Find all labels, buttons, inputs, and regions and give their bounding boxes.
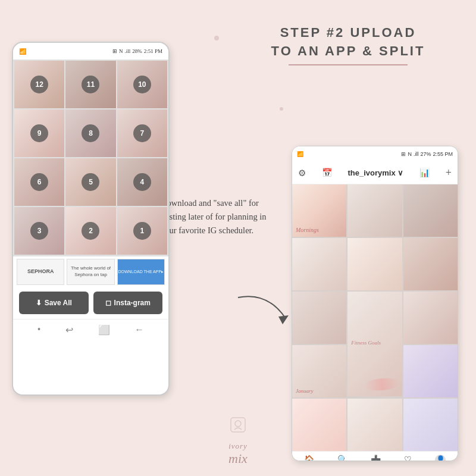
watermark: ivory mix	[226, 413, 250, 466]
ad-sephora[interactable]: SEPHORA	[17, 259, 64, 285]
grid-cell-1: 1	[117, 207, 167, 255]
ig-cell-row5-left	[292, 399, 346, 451]
title-underline	[289, 64, 408, 65]
ig-username[interactable]: the_ivorymix ∨	[348, 168, 404, 177]
title-line2: TO AN APP & SPLIT	[232, 42, 464, 61]
battery-level: 28%	[132, 48, 142, 54]
ig-top-bar: ⚙ 📅 the_ivorymix ∨ 📊 +	[292, 162, 458, 184]
badge-11: 11	[82, 76, 99, 93]
ig-cell-row3-left	[292, 292, 346, 344]
phone2-device: 📶 ⊞ N .ill 27% 2:55 PM ⚙ 📅 the_ivorymix …	[292, 146, 458, 461]
grid-cell-7: 7	[117, 109, 167, 157]
grid-cell-9: 9	[14, 109, 64, 157]
brand-name-mix: mix	[226, 451, 250, 466]
brush-stroke-deco	[364, 377, 400, 392]
ig-cell-top-mid	[347, 184, 402, 237]
signal-bars: .ill	[124, 48, 130, 54]
nav-back-icon[interactable]: ↩	[65, 324, 73, 336]
ig-cell-row5-right	[403, 399, 458, 451]
phone1-ad-bar[interactable]: SEPHORA The whole world of Sephora on ta…	[13, 256, 168, 287]
ig-cell-mornings: Mornings	[292, 184, 346, 237]
signal-icon: 📶	[19, 48, 26, 55]
nav-home-icon[interactable]: ⬜	[98, 324, 110, 336]
grid-cell-10: 10	[117, 61, 167, 108]
ad-download[interactable]: DOWNLOAD THE APP▸	[117, 259, 165, 285]
deco-dot	[280, 107, 283, 111]
gear-icon[interactable]: ⚙	[298, 168, 306, 178]
ig-add-icon[interactable]: ➕	[371, 455, 381, 461]
phone2-status-right: ⊞ N .ill 27% 2:55 PM	[401, 151, 453, 157]
phone1-bottom-buttons: ⬇ Save All ◻ Insta-gram	[13, 287, 168, 319]
ig-home-icon[interactable]: 🏠	[304, 455, 314, 461]
ad-sephora-desc[interactable]: The whole world of Sephora on tap	[67, 259, 114, 285]
ig-cell-row2-right	[403, 238, 458, 290]
brand-icon	[226, 413, 250, 437]
clock: 2:51 PM	[144, 48, 162, 54]
ig-cell-row2-left	[292, 238, 346, 290]
phone1-device: 📶 ⊞ N .ill 28% 2:51 PM 12 11 10 9 8 7 6 …	[12, 42, 170, 396]
phone1-status-left: 📶	[19, 48, 26, 55]
save-all-button[interactable]: ⬇ Save All	[19, 292, 89, 314]
phone2-status-bar: 📶 ⊞ N .ill 27% 2:55 PM	[292, 146, 458, 162]
badge-10: 10	[133, 76, 151, 93]
ig-search-icon[interactable]: 🔍	[337, 455, 347, 461]
ig-heart-icon[interactable]: ♡	[404, 455, 412, 461]
ig-cell-fitness-label: Fitness Goals	[351, 340, 381, 346]
download-icon: ⬇	[36, 299, 42, 307]
description-text: Download and "save all" for posting late…	[161, 196, 280, 238]
svg-rect-1	[231, 418, 245, 432]
grid-cell-11: 11	[65, 61, 115, 108]
phone1-image-grid: 12 11 10 9 8 7 6 5 4 3 2 1	[13, 60, 168, 256]
ig-bottom-bar: 🏠 🔍 ➕ ♡ 👤	[292, 451, 458, 461]
phone1-status-right: ⊞ N .ill 28% 2:51 PM	[112, 48, 162, 54]
badge-8: 8	[82, 124, 99, 142]
svg-point-2	[235, 421, 241, 427]
ig-cell-mornings-label: Mornings	[296, 227, 319, 233]
signal2-bars: .ill	[414, 151, 419, 157]
badge-4: 4	[133, 173, 151, 191]
phone2-signal: 📶	[297, 151, 303, 157]
ig-cell-top-right	[403, 184, 458, 237]
grid-cell-12: 12	[14, 61, 64, 108]
ig-cell-january-label: January	[296, 388, 314, 394]
grid-cell-5: 5	[65, 158, 115, 206]
phone1-nav-bar: • ↩ ⬜ ←	[13, 319, 168, 340]
svg-marker-0	[278, 315, 289, 324]
add-icon[interactable]: +	[446, 167, 452, 179]
grid-cell-8: 8	[65, 109, 115, 157]
ig-cell-fitness-goals: Fitness Goals	[347, 292, 402, 396]
nav-dot: •	[37, 324, 41, 336]
insta-label: Insta-gram	[114, 299, 151, 307]
badge-7: 7	[133, 124, 151, 142]
ig-grid: Mornings Fitness Goals January	[292, 184, 458, 451]
title-line1: STEP #2 UPLOAD	[232, 24, 464, 42]
battery2: 27%	[420, 151, 431, 157]
badge-2: 2	[82, 222, 99, 240]
data-icon: N	[119, 48, 123, 54]
deco-dot	[214, 36, 219, 40]
ig-cell-row2-mid	[347, 238, 402, 290]
ig-cell-row5-mid	[347, 399, 402, 451]
badge-5: 5	[82, 173, 99, 191]
phone1-status-bar: 📶 ⊞ N .ill 28% 2:51 PM	[13, 43, 168, 60]
save-all-label: Save All	[45, 299, 72, 307]
grid-cell-3: 3	[14, 207, 64, 255]
wifi2-icon: ⊞	[401, 151, 406, 157]
grid-cell-2: 2	[65, 207, 115, 255]
badge-6: 6	[30, 173, 48, 191]
wifi-icon: ⊞	[112, 48, 117, 54]
ig-cell-row3-right	[403, 292, 458, 344]
bar-chart-icon[interactable]: 📊	[419, 168, 430, 178]
instagram-icon: ◻	[105, 299, 111, 307]
data2-icon: N	[408, 151, 412, 157]
calendar-icon[interactable]: 📅	[322, 168, 332, 178]
ig-profile-icon[interactable]: 👤	[435, 455, 446, 462]
badge-3: 3	[30, 222, 48, 240]
clock2: 2:55 PM	[433, 151, 453, 157]
badge-12: 12	[30, 76, 48, 93]
ig-cell-january: January	[292, 345, 346, 397]
nav-back-arrow[interactable]: ←	[134, 324, 144, 336]
instagram-button[interactable]: ◻ Insta-gram	[93, 292, 163, 314]
arrow-icon	[232, 292, 292, 327]
badge-1: 1	[133, 222, 151, 240]
